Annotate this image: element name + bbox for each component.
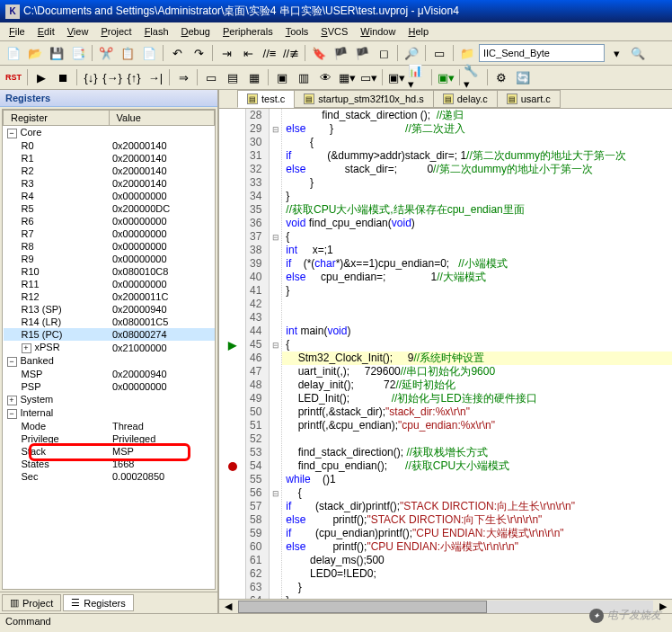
menu-tools[interactable]: Tools [280, 24, 314, 39]
tab-registers[interactable]: ☰Registers [63, 594, 133, 611]
debug-settings-icon[interactable]: ⚙ [491, 67, 511, 87]
update-windows-icon[interactable]: 🔄 [513, 67, 533, 87]
save-icon[interactable]: 💾 [47, 43, 66, 63]
register-row[interactable]: R90x00000000 [4, 253, 215, 265]
file-tab[interactable]: ▤startup_stm32f10x_hd.s [294, 90, 433, 108]
register-row[interactable]: R13 (SP)0x20000940 [4, 303, 215, 316]
horizontal-scrollbar[interactable]: ◀ ▶ [219, 599, 672, 613]
copy-icon[interactable]: 📋 [118, 43, 137, 63]
menu-flash[interactable]: Flash [139, 24, 174, 39]
registers-table[interactable]: Register Value −CoreR00x20000140R10x2000… [2, 109, 216, 590]
memory-window-icon[interactable]: ▦▾ [337, 67, 357, 87]
register-row[interactable]: ModeThread [4, 420, 215, 432]
disasm-window-icon[interactable]: ▤ [223, 67, 243, 87]
panel-tabs: ▥Project ☰Registers [0, 592, 217, 613]
open-file-icon[interactable]: 📂 [25, 43, 45, 63]
serial-window-icon[interactable]: ▭▾ [358, 67, 378, 87]
analysis-window-icon[interactable]: ▣▾ [386, 67, 406, 87]
file-tab[interactable]: ▤delay.c [433, 90, 498, 108]
debug-pane-icon[interactable]: ▭ [429, 43, 449, 63]
cut-icon[interactable]: ✂️ [96, 43, 116, 63]
comment-icon[interactable]: //≡ [260, 43, 279, 63]
scroll-left-icon[interactable]: ◀ [219, 601, 237, 612]
registers-window-icon[interactable]: ▣ [272, 67, 292, 87]
watch-window-icon[interactable]: 👁 [315, 67, 335, 87]
register-row[interactable]: R10x20000140 [4, 152, 215, 165]
register-row[interactable]: R14 (LR)0x080001C5 [4, 316, 215, 328]
bookmark-prev-icon[interactable]: 🏴 [331, 43, 350, 63]
register-row[interactable]: R100x080010C8 [4, 265, 215, 278]
app-icon: K [5, 4, 20, 19]
menu-file[interactable]: File [4, 24, 31, 39]
new-file-icon[interactable]: 📄 [4, 43, 23, 63]
menu-debug[interactable]: Debug [176, 24, 216, 39]
file-tab[interactable]: ▤test.c [237, 90, 295, 108]
col-register[interactable]: Register [4, 111, 110, 126]
step-out-icon[interactable]: {↑} [124, 67, 144, 87]
register-row[interactable]: −Internal [4, 406, 215, 420]
save-all-icon[interactable]: 📑 [68, 43, 88, 63]
register-row[interactable]: PSP0x00000000 [4, 380, 215, 393]
register-row[interactable]: R30x20000140 [4, 177, 215, 190]
run-icon[interactable]: ▶ [31, 67, 51, 87]
register-row[interactable]: −Banked [4, 354, 215, 368]
show-next-icon[interactable]: ⇒ [173, 67, 193, 87]
paste-icon[interactable]: 📄 [139, 43, 159, 63]
undo-icon[interactable]: ↶ [167, 43, 187, 63]
tab-project[interactable]: ▥Project [2, 594, 61, 611]
col-value[interactable]: Value [109, 111, 215, 126]
breakpoint-icon[interactable] [228, 462, 237, 471]
menu-help[interactable]: Help [402, 24, 434, 39]
bookmark-clear-icon[interactable]: ◻ [374, 43, 393, 63]
system-viewer-icon[interactable]: ▣▾ [436, 67, 455, 87]
search-input[interactable] [479, 44, 605, 62]
search-go-icon[interactable]: 🔍 [628, 43, 648, 63]
register-row[interactable]: States1668 [4, 458, 215, 470]
register-row[interactable]: R110x00000000 [4, 278, 215, 290]
trace-window-icon[interactable]: 📊▾ [408, 67, 428, 87]
menu-edit[interactable]: Edit [32, 24, 60, 39]
file-tab[interactable]: ▤usart.c [497, 90, 561, 108]
find-icon[interactable]: 🔎 [402, 43, 421, 63]
register-row[interactable]: R00x20000140 [4, 139, 215, 152]
step-over-icon[interactable]: {→} [102, 67, 122, 87]
register-row[interactable]: R40x00000000 [4, 190, 215, 202]
bookmark-icon[interactable]: 🔖 [309, 43, 329, 63]
outdent-icon[interactable]: ⇤ [238, 43, 258, 63]
register-row[interactable]: −Core [4, 126, 215, 140]
register-row[interactable]: +System [4, 393, 215, 406]
menu-project[interactable]: Project [95, 24, 137, 39]
bookmark-next-icon[interactable]: 🏴 [352, 43, 372, 63]
menu-window[interactable]: Window [355, 24, 401, 39]
register-row[interactable]: +xPSR0x21000000 [4, 341, 215, 354]
register-row[interactable]: Sec0.00020850 [4, 470, 215, 483]
search-folder-icon[interactable]: 📁 [457, 43, 477, 63]
register-row[interactable]: R20x20000140 [4, 165, 215, 177]
menu-svcs[interactable]: SVCS [315, 24, 353, 39]
register-row[interactable]: PrivilegePrivileged [4, 432, 215, 445]
register-row[interactable]: StackMSP [4, 445, 215, 458]
register-row[interactable]: R15 (PC)0x08000274 [4, 328, 215, 341]
search-dropdown-icon[interactable]: ▾ [606, 43, 626, 63]
scroll-right-icon[interactable]: ▶ [654, 601, 672, 612]
toolbox-icon[interactable]: 🔧▾ [464, 67, 483, 87]
register-row[interactable]: R50x200000DC [4, 202, 215, 215]
reset-icon[interactable]: RST [4, 67, 23, 87]
callstack-window-icon[interactable]: ▥ [294, 67, 314, 87]
symbol-window-icon[interactable]: ▦ [244, 67, 264, 87]
stop-icon[interactable]: ⏹ [53, 67, 73, 87]
run-to-cursor-icon[interactable]: →| [146, 67, 165, 87]
redo-icon[interactable]: ↷ [189, 43, 208, 63]
step-into-icon[interactable]: {↓} [81, 67, 101, 87]
register-row[interactable]: R60x00000000 [4, 215, 215, 227]
command-window-icon[interactable]: ▭ [201, 67, 221, 87]
uncomment-icon[interactable]: //≢ [281, 43, 301, 63]
register-row[interactable]: R70x00000000 [4, 227, 215, 240]
menu-view[interactable]: View [62, 24, 94, 39]
register-row[interactable]: R120x2000011C [4, 290, 215, 303]
register-row[interactable]: R80x00000000 [4, 240, 215, 253]
indent-icon[interactable]: ⇥ [217, 43, 236, 63]
register-row[interactable]: MSP0x20000940 [4, 368, 215, 380]
code-editor[interactable]: ▶ 28293031323334353637383940414243444546… [219, 109, 672, 599]
menu-peripherals[interactable]: Peripherals [217, 24, 279, 39]
